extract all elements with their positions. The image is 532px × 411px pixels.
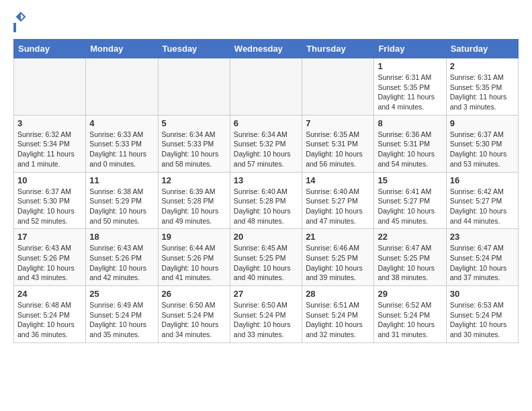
calendar-cell [158, 58, 230, 116]
calendar-cell: 3Sunrise: 6:32 AM Sunset: 5:34 PM Daylig… [14, 115, 86, 172]
weekday-header-friday: Friday [374, 40, 446, 58]
day-number: 14 [306, 175, 370, 185]
day-number: 18 [89, 232, 154, 242]
calendar-cell: 24Sunrise: 6:48 AM Sunset: 5:24 PM Dayli… [14, 286, 86, 343]
calendar-cell: 13Sunrise: 6:40 AM Sunset: 5:28 PM Dayli… [230, 172, 302, 229]
week-row-3: 10Sunrise: 6:37 AM Sunset: 5:30 PM Dayli… [14, 172, 519, 229]
calendar-cell: 22Sunrise: 6:47 AM Sunset: 5:25 PM Dayli… [374, 229, 446, 286]
weekday-header-row: SundayMondayTuesdayWednesdayThursdayFrid… [14, 40, 519, 58]
day-info: Sunrise: 6:34 AM Sunset: 5:33 PM Dayligh… [162, 130, 226, 169]
day-number: 29 [378, 289, 442, 299]
day-number: 9 [450, 118, 515, 128]
weekday-header-tuesday: Tuesday [158, 40, 230, 58]
day-info: Sunrise: 6:31 AM Sunset: 5:35 PM Dayligh… [450, 73, 515, 112]
weekday-header-sunday: Sunday [14, 40, 86, 58]
day-info: Sunrise: 6:37 AM Sunset: 5:30 PM Dayligh… [17, 187, 82, 226]
page: SundayMondayTuesdayWednesdayThursdayFrid… [0, 0, 532, 350]
day-number: 13 [234, 175, 298, 185]
calendar-cell: 1Sunrise: 6:31 AM Sunset: 5:35 PM Daylig… [374, 58, 446, 116]
day-number: 26 [162, 289, 226, 299]
calendar-cell [302, 58, 374, 116]
calendar-cell: 2Sunrise: 6:31 AM Sunset: 5:35 PM Daylig… [446, 58, 518, 116]
calendar-cell: 5Sunrise: 6:34 AM Sunset: 5:33 PM Daylig… [158, 115, 230, 172]
day-info: Sunrise: 6:44 AM Sunset: 5:26 PM Dayligh… [162, 243, 226, 283]
calendar-cell: 6Sunrise: 6:34 AM Sunset: 5:32 PM Daylig… [230, 115, 302, 172]
calendar-cell: 21Sunrise: 6:46 AM Sunset: 5:25 PM Dayli… [302, 229, 374, 286]
day-info: Sunrise: 6:41 AM Sunset: 5:27 PM Dayligh… [378, 187, 442, 226]
day-info: Sunrise: 6:40 AM Sunset: 5:28 PM Dayligh… [234, 187, 298, 226]
calendar-cell [14, 58, 86, 116]
day-info: Sunrise: 6:46 AM Sunset: 5:25 PM Dayligh… [306, 243, 370, 283]
weekday-header-wednesday: Wednesday [230, 40, 302, 58]
day-info: Sunrise: 6:50 AM Sunset: 5:24 PM Dayligh… [162, 300, 226, 340]
day-number: 19 [162, 232, 226, 242]
calendar-cell: 23Sunrise: 6:47 AM Sunset: 5:24 PM Dayli… [446, 229, 518, 286]
day-number: 22 [378, 232, 442, 242]
week-row-4: 17Sunrise: 6:43 AM Sunset: 5:26 PM Dayli… [14, 229, 519, 286]
day-info: Sunrise: 6:43 AM Sunset: 5:26 PM Dayligh… [17, 243, 82, 283]
day-info: Sunrise: 6:48 AM Sunset: 5:24 PM Dayligh… [17, 300, 82, 340]
week-row-2: 3Sunrise: 6:32 AM Sunset: 5:34 PM Daylig… [14, 115, 519, 172]
calendar-cell: 14Sunrise: 6:40 AM Sunset: 5:27 PM Dayli… [302, 172, 374, 229]
day-number: 10 [17, 175, 82, 185]
day-info: Sunrise: 6:39 AM Sunset: 5:28 PM Dayligh… [162, 187, 226, 226]
day-number: 20 [234, 232, 298, 242]
day-number: 30 [450, 289, 515, 299]
day-info: Sunrise: 6:43 AM Sunset: 5:26 PM Dayligh… [89, 243, 154, 283]
day-number: 17 [17, 232, 82, 242]
day-number: 28 [306, 289, 370, 299]
calendar-cell: 17Sunrise: 6:43 AM Sunset: 5:26 PM Dayli… [14, 229, 86, 286]
day-info: Sunrise: 6:36 AM Sunset: 5:31 PM Dayligh… [378, 130, 442, 169]
day-info: Sunrise: 6:38 AM Sunset: 5:29 PM Dayligh… [89, 187, 154, 226]
day-number: 5 [162, 118, 226, 128]
calendar-cell: 12Sunrise: 6:39 AM Sunset: 5:28 PM Dayli… [158, 172, 230, 229]
day-info: Sunrise: 6:34 AM Sunset: 5:32 PM Dayligh… [234, 130, 298, 169]
day-info: Sunrise: 6:33 AM Sunset: 5:33 PM Dayligh… [89, 130, 154, 169]
calendar-cell: 15Sunrise: 6:41 AM Sunset: 5:27 PM Dayli… [374, 172, 446, 229]
calendar-cell: 19Sunrise: 6:44 AM Sunset: 5:26 PM Dayli… [158, 229, 230, 286]
day-info: Sunrise: 6:53 AM Sunset: 5:24 PM Dayligh… [450, 300, 515, 340]
day-info: Sunrise: 6:37 AM Sunset: 5:30 PM Dayligh… [450, 130, 515, 169]
day-info: Sunrise: 6:32 AM Sunset: 5:34 PM Dayligh… [17, 130, 82, 169]
day-info: Sunrise: 6:45 AM Sunset: 5:25 PM Dayligh… [234, 243, 298, 283]
day-number: 4 [89, 118, 154, 128]
week-row-5: 24Sunrise: 6:48 AM Sunset: 5:24 PM Dayli… [14, 286, 519, 343]
day-number: 6 [234, 118, 298, 128]
day-info: Sunrise: 6:49 AM Sunset: 5:24 PM Dayligh… [89, 300, 154, 340]
calendar-cell [86, 58, 158, 116]
calendar-cell: 29Sunrise: 6:52 AM Sunset: 5:24 PM Dayli… [374, 286, 446, 343]
day-info: Sunrise: 6:40 AM Sunset: 5:27 PM Dayligh… [306, 187, 370, 226]
day-info: Sunrise: 6:47 AM Sunset: 5:24 PM Dayligh… [450, 243, 515, 283]
calendar-cell: 18Sunrise: 6:43 AM Sunset: 5:26 PM Dayli… [86, 229, 158, 286]
day-number: 15 [378, 175, 442, 185]
calendar-cell: 20Sunrise: 6:45 AM Sunset: 5:25 PM Dayli… [230, 229, 302, 286]
day-number: 23 [450, 232, 515, 242]
day-info: Sunrise: 6:35 AM Sunset: 5:31 PM Dayligh… [306, 130, 370, 169]
logo [13, 13, 27, 32]
calendar-cell: 4Sunrise: 6:33 AM Sunset: 5:33 PM Daylig… [86, 115, 158, 172]
calendar-cell: 16Sunrise: 6:42 AM Sunset: 5:27 PM Dayli… [446, 172, 518, 229]
calendar-cell: 26Sunrise: 6:50 AM Sunset: 5:24 PM Dayli… [158, 286, 230, 343]
weekday-header-saturday: Saturday [446, 40, 518, 58]
calendar-cell: 30Sunrise: 6:53 AM Sunset: 5:24 PM Dayli… [446, 286, 518, 343]
day-number: 21 [306, 232, 370, 242]
logo-icon [15, 11, 27, 23]
calendar-cell: 11Sunrise: 6:38 AM Sunset: 5:29 PM Dayli… [86, 172, 158, 229]
day-number: 16 [450, 175, 515, 185]
day-number: 1 [378, 61, 442, 71]
week-row-1: 1Sunrise: 6:31 AM Sunset: 5:35 PM Daylig… [14, 58, 519, 116]
calendar-cell: 7Sunrise: 6:35 AM Sunset: 5:31 PM Daylig… [302, 115, 374, 172]
calendar-cell [230, 58, 302, 116]
calendar-cell: 8Sunrise: 6:36 AM Sunset: 5:31 PM Daylig… [374, 115, 446, 172]
day-number: 3 [17, 118, 82, 128]
weekday-header-thursday: Thursday [302, 40, 374, 58]
day-info: Sunrise: 6:52 AM Sunset: 5:24 PM Dayligh… [378, 300, 442, 340]
calendar-cell: 27Sunrise: 6:50 AM Sunset: 5:24 PM Dayli… [230, 286, 302, 343]
day-info: Sunrise: 6:50 AM Sunset: 5:24 PM Dayligh… [234, 300, 298, 340]
header [13, 13, 519, 32]
calendar-cell: 9Sunrise: 6:37 AM Sunset: 5:30 PM Daylig… [446, 115, 518, 172]
day-number: 27 [234, 289, 298, 299]
day-number: 11 [89, 175, 154, 185]
calendar-cell: 25Sunrise: 6:49 AM Sunset: 5:24 PM Dayli… [86, 286, 158, 343]
day-number: 7 [306, 118, 370, 128]
